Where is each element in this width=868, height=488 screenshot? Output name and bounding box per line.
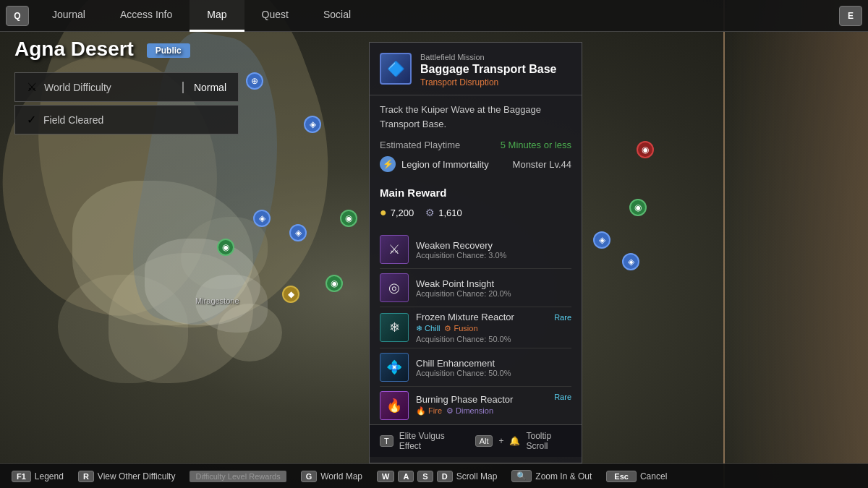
- bottom-bar: F1 Legend R View Other Difficulty Diffic…: [0, 463, 868, 488]
- map-marker-3[interactable]: ◈: [253, 210, 271, 227]
- gear-amount: 1,610: [438, 207, 462, 218]
- reward-item-4: 💠 Chill Enhancement Acquisition Chance: …: [380, 348, 571, 387]
- reward-name-5: Burning Phase Reactor: [416, 394, 571, 405]
- gear-reward: ⚙ 1,610: [425, 206, 462, 219]
- panel-divider: [182, 82, 184, 93]
- map-marker-blue-right[interactable]: ◈: [593, 231, 610, 249]
- faction-name: Legion of Immortality: [401, 159, 489, 170]
- tab-journal[interactable]: Journal: [35, 0, 103, 32]
- area-name: Agna Desert Public: [14, 38, 190, 61]
- reward-item-2: ◎ Weak Point Insight Acquisition Chance:…: [380, 269, 571, 307]
- map-marker-blue-right-2[interactable]: ◈: [622, 253, 639, 270]
- main-reward-section: Main Reward ● 7,200 ⚙ 1,610: [370, 187, 582, 231]
- rare-badge-5: Rare: [554, 393, 571, 401]
- left-info-panels: ⚔ World Difficulty Normal ✓ Field Cleare…: [14, 72, 239, 137]
- zoom-item: 🔍 Zoom In & Out: [511, 470, 592, 482]
- reward-tags-3: ❄ Chill ⚙ Fusion: [416, 324, 571, 333]
- reward-name-3: Frozen Mixture Reactor: [416, 312, 571, 322]
- zoom-icon: 🔍: [511, 470, 532, 482]
- tab-map[interactable]: Map: [190, 0, 244, 32]
- mission-header: 🔷 Battlefield Mission Baggage Transport …: [370, 43, 582, 95]
- reward-chance-2: Acquisition Chance: 20.0%: [416, 289, 571, 298]
- reward-info-3: Frozen Mixture Reactor ❄ Chill ⚙ Fusion …: [416, 312, 571, 343]
- map-marker-2[interactable]: ◈: [304, 116, 321, 133]
- gold-reward: ● 7,200: [380, 206, 414, 219]
- world-map-label: World Map: [320, 471, 362, 481]
- field-cleared-icon: ✓: [27, 113, 36, 127]
- cancel-item: Esc Cancel: [606, 471, 667, 482]
- playtime-label: Estimated Playtime: [380, 140, 460, 150]
- reward-name-2: Weak Point Insight: [416, 278, 571, 289]
- gold-icon: ●: [380, 206, 387, 219]
- s-key: S: [417, 471, 433, 482]
- reward-item-1: ⚔ Weaken Recovery Acquisition Chance: 3.…: [380, 231, 571, 269]
- reward-icon-4: 💠: [380, 353, 409, 382]
- mission-popup: 🔷 Battlefield Mission Baggage Transport …: [369, 42, 582, 463]
- world-difficulty-label: World Difficulty: [44, 82, 172, 93]
- tab-social[interactable]: Social: [306, 0, 368, 32]
- e-key-button[interactable]: E: [839, 6, 862, 26]
- footer-text-elite: Elite Vulgus Effect: [399, 431, 464, 451]
- mission-description: Track the Kuiper Wave at the Baggage Tra…: [380, 103, 571, 131]
- playtime-value: 5 Minutes or less: [501, 140, 571, 150]
- rare-badge-3: Rare: [554, 313, 571, 322]
- footer-text-tooltip: Tooltip Scroll: [526, 431, 571, 451]
- reward-icon-1: ⚔: [380, 235, 409, 264]
- faction-info: ⚡ Legion of Immortality: [380, 156, 489, 172]
- g-key: G: [301, 471, 318, 482]
- footer-plus: +: [498, 436, 503, 446]
- footer-key-alt: Alt: [475, 435, 493, 447]
- reward-item-5: 🔥 Burning Phase Reactor 🔥 Fire ⚙ Dimensi…: [380, 387, 571, 424]
- legend-item: F1 Legend: [12, 471, 64, 482]
- difficulty-rewards-label: Difficulty Level Rewards: [190, 471, 286, 482]
- scroll-map-label: Scroll Map: [456, 471, 498, 481]
- world-difficulty-icon: ⚔: [27, 80, 37, 94]
- map-marker-6[interactable]: ◉: [326, 275, 343, 292]
- reward-info-5: Burning Phase Reactor 🔥 Fire ⚙ Dimension: [416, 394, 571, 417]
- reward-icon-3: ❄: [380, 313, 409, 342]
- legend-label: Legend: [35, 471, 64, 481]
- difficulty-rewards-item: Difficulty Level Rewards: [190, 471, 286, 482]
- d-key: D: [437, 471, 453, 482]
- world-difficulty-value: Normal: [194, 82, 226, 93]
- reward-name-4: Chill Enhancement: [416, 358, 571, 369]
- field-cleared-panel: ✓ Field Cleared: [14, 105, 239, 134]
- mission-name: Baggage Transport Base: [420, 63, 557, 76]
- faction-row: ⚡ Legion of Immortality Monster Lv.44: [380, 156, 571, 172]
- map-marker-4[interactable]: ◈: [289, 224, 307, 241]
- view-other-difficulty-label: View Other Difficulty: [98, 471, 176, 481]
- r-key: R: [78, 471, 94, 482]
- reward-info-4: Chill Enhancement Acquisition Chance: 50…: [416, 358, 571, 377]
- world-difficulty-panel: ⚔ World Difficulty Normal: [14, 72, 239, 102]
- fire-tag: 🔥 Fire: [416, 406, 442, 416]
- reward-info-1: Weaken Recovery Acquisition Chance: 3.0%: [416, 240, 571, 260]
- mission-title-block: Battlefield Mission Baggage Transport Ba…: [420, 53, 557, 87]
- playtime-row: Estimated Playtime 5 Minutes or less: [380, 140, 571, 150]
- map-marker-7[interactable]: ◉: [340, 210, 357, 227]
- cancel-label: Cancel: [640, 471, 667, 481]
- scroll-map-item: W A S D Scroll Map: [377, 471, 497, 482]
- map-marker-1[interactable]: ⊕: [246, 72, 263, 90]
- field-cleared-label: Field Cleared: [43, 114, 226, 126]
- map-marker-8[interactable]: ◆: [282, 286, 299, 303]
- tab-access-info[interactable]: Access Info: [103, 0, 190, 32]
- map-marker-red-1[interactable]: ◉: [637, 141, 654, 158]
- reward-chance-4: Acquisition Chance: 50.0%: [416, 369, 571, 377]
- q-key-button[interactable]: Q: [6, 6, 29, 26]
- tab-quest[interactable]: Quest: [244, 0, 306, 32]
- fusion-tag: ⚙ Fusion: [444, 324, 477, 333]
- mission-subtitle: Transport Disruption: [420, 77, 557, 87]
- main-reward-title: Main Reward: [380, 187, 571, 199]
- reward-tags-5: 🔥 Fire ⚙ Dimension: [416, 406, 571, 416]
- map-marker-5[interactable]: ◉: [217, 239, 234, 256]
- map-marker-green-right[interactable]: ◉: [629, 199, 647, 216]
- f1-key: F1: [12, 471, 31, 482]
- area-title-section: Agna Desert Public: [14, 38, 190, 61]
- dimension-tag: ⚙ Dimension: [446, 406, 493, 416]
- mission-rewards-list[interactable]: ⚔ Weaken Recovery Acquisition Chance: 3.…: [370, 231, 582, 424]
- rewards-currency: ● 7,200 ⚙ 1,610: [380, 206, 571, 219]
- zoom-label: Zoom In & Out: [535, 471, 592, 481]
- mission-icon: 🔷: [380, 53, 412, 85]
- miragestone-label: Miragestone: [195, 296, 239, 305]
- reward-name-1: Weaken Recovery: [416, 240, 571, 251]
